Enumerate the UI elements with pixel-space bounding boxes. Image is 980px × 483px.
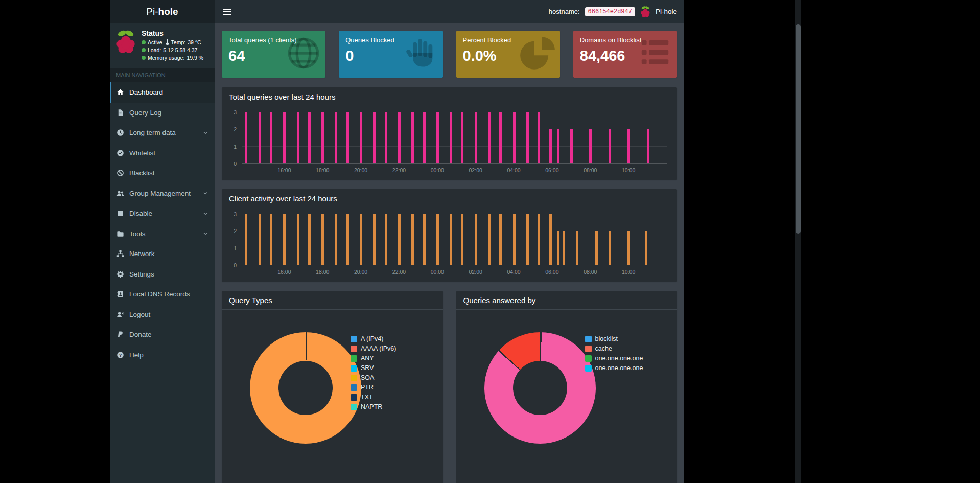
sidebar-item-label: Network bbox=[129, 250, 155, 258]
sidebar-item-help[interactable]: ? Help bbox=[110, 345, 215, 365]
sidebar-item-label: Help bbox=[129, 351, 144, 359]
stat-cards-row: Total queries (1 clients) 64 Queries Blo… bbox=[222, 31, 677, 78]
legend-label: PTR bbox=[361, 384, 374, 391]
legend-item[interactable]: TXT bbox=[351, 394, 396, 401]
status-load-dot bbox=[142, 48, 146, 52]
bar bbox=[423, 214, 426, 265]
client-activity-panel: Client activity over last 24 hours 0123 … bbox=[222, 189, 677, 282]
gridline bbox=[242, 146, 667, 147]
sidebar-item-dashboard[interactable]: Dashboard bbox=[110, 82, 215, 103]
bar bbox=[385, 112, 387, 163]
content-area: Total queries (1 clients) 64 Queries Blo… bbox=[215, 23, 684, 483]
sidebar-item-whitelist[interactable]: Whitelist bbox=[110, 143, 215, 164]
memory-label: Memory usage: bbox=[148, 55, 184, 61]
page-scrollbar-track[interactable] bbox=[795, 0, 801, 483]
client-activity-chart[interactable]: 0123 16:0018:0020:0022:0000:0002:0004:00… bbox=[228, 212, 671, 279]
chevron-down-icon bbox=[202, 211, 208, 217]
legend-item[interactable]: one.one.one.one bbox=[585, 364, 643, 372]
bar bbox=[245, 112, 247, 163]
logo-link[interactable]: Pi-hole bbox=[110, 0, 215, 23]
queries-over-time-chart[interactable]: 0123 16:0018:0020:0022:0000:0002:0004:00… bbox=[228, 110, 671, 177]
sidebar-item-settings[interactable]: Settings bbox=[110, 264, 215, 285]
bar bbox=[526, 112, 529, 163]
chart-plot-area bbox=[242, 214, 667, 265]
legend-swatch bbox=[585, 336, 592, 342]
gridline bbox=[242, 214, 667, 214]
status-memory-row: Memory usage: 19.9 % bbox=[142, 55, 203, 61]
pihole-logo-icon bbox=[115, 29, 136, 55]
legend-item[interactable]: cache bbox=[585, 345, 643, 352]
legend-item[interactable]: blocklist bbox=[585, 335, 643, 342]
chart-plot-area bbox=[242, 112, 667, 164]
legend-item[interactable]: A (IPv4) bbox=[351, 335, 396, 342]
sidebar-item-label: Group Management bbox=[129, 190, 191, 197]
bar bbox=[450, 112, 452, 163]
bar bbox=[436, 112, 439, 163]
status-panel: Status Active Temp: 39 °C Lo bbox=[110, 23, 215, 68]
legend-item[interactable]: SOA bbox=[351, 374, 396, 381]
nav-section-header: MAIN NAVIGATION bbox=[110, 68, 215, 82]
bar bbox=[627, 129, 630, 163]
upstream-servers-donut-chart[interactable] bbox=[484, 332, 596, 444]
stat-card-percent-blocked: Percent Blocked 0.0% bbox=[456, 31, 560, 78]
sidebar-item-label: Whitelist bbox=[129, 149, 155, 157]
stat-card-title: Total queries (1 clients) bbox=[228, 36, 319, 44]
sidebar-item-tools[interactable]: Tools bbox=[110, 224, 215, 244]
page-scrollbar-thumb[interactable] bbox=[796, 24, 801, 234]
bar bbox=[411, 112, 414, 163]
y-tick-label: 1 bbox=[234, 144, 237, 150]
stat-card-queries-blocked: Queries Blocked 0 bbox=[339, 31, 442, 78]
bar bbox=[373, 112, 376, 163]
load-values: 5.12 5.58 4.37 bbox=[163, 47, 197, 53]
legend-swatch bbox=[585, 355, 592, 362]
sidebar-item-query-log[interactable]: Query Log bbox=[110, 103, 215, 123]
legend-item[interactable]: NAPTR bbox=[351, 403, 396, 410]
temp-label: Temp: bbox=[171, 39, 186, 45]
sidebar-item-long-term-data[interactable]: Long term data bbox=[110, 123, 215, 143]
bar bbox=[645, 231, 647, 265]
gridline bbox=[242, 248, 667, 248]
bar bbox=[557, 231, 559, 265]
bar bbox=[513, 112, 516, 163]
bar bbox=[627, 231, 630, 265]
legend-swatch bbox=[351, 375, 357, 381]
legend-swatch bbox=[585, 365, 592, 372]
y-tick-label: 1 bbox=[234, 245, 237, 251]
bar bbox=[570, 129, 573, 163]
hostname-label: hostname: bbox=[549, 8, 580, 15]
query-types-donut-chart[interactable] bbox=[250, 332, 361, 444]
panel-title: Total queries over last 24 hours bbox=[222, 87, 677, 106]
y-tick-label: 2 bbox=[234, 228, 237, 234]
x-tick-label: 06:00 bbox=[545, 269, 558, 275]
user-logout-icon bbox=[116, 310, 125, 318]
legend-item[interactable]: PTR bbox=[351, 384, 396, 391]
ban-icon bbox=[116, 169, 125, 177]
sidebar-item-local-dns-records[interactable]: Local DNS Records bbox=[110, 284, 215, 305]
legend-item[interactable]: one.one.one.one bbox=[585, 355, 643, 362]
bar bbox=[475, 112, 477, 163]
legend-label: one.one.one.one bbox=[595, 355, 643, 362]
legend-item[interactable]: AAAA (IPv6) bbox=[351, 345, 396, 352]
legend-swatch bbox=[351, 404, 357, 410]
sidebar-item-logout[interactable]: Logout bbox=[110, 305, 215, 325]
bar bbox=[461, 112, 463, 163]
legend-item[interactable]: ANY bbox=[351, 355, 396, 362]
sidebar-item-network[interactable]: Network bbox=[110, 244, 215, 264]
bar bbox=[499, 112, 502, 163]
bar bbox=[526, 214, 529, 265]
x-tick-label: 10:00 bbox=[622, 269, 635, 275]
bar bbox=[245, 214, 247, 265]
bar bbox=[373, 214, 376, 265]
legend-item[interactable]: SRV bbox=[351, 364, 396, 372]
x-tick-label: 22:00 bbox=[392, 269, 406, 275]
sidebar-item-group-management[interactable]: Group Management bbox=[110, 183, 215, 204]
sidebar-item-donate[interactable]: Donate bbox=[110, 325, 215, 345]
status-memory-dot bbox=[142, 56, 146, 60]
sidebar-item-disable[interactable]: Disable bbox=[110, 203, 215, 224]
sidebar-item-blacklist[interactable]: Blacklist bbox=[110, 163, 215, 183]
x-tick-label: 08:00 bbox=[584, 269, 597, 275]
sidebar-toggle-button[interactable] bbox=[222, 7, 232, 17]
legend-swatch bbox=[351, 394, 357, 401]
stat-card-title: Percent Blocked bbox=[463, 36, 553, 44]
legend-label: NAPTR bbox=[361, 403, 382, 410]
